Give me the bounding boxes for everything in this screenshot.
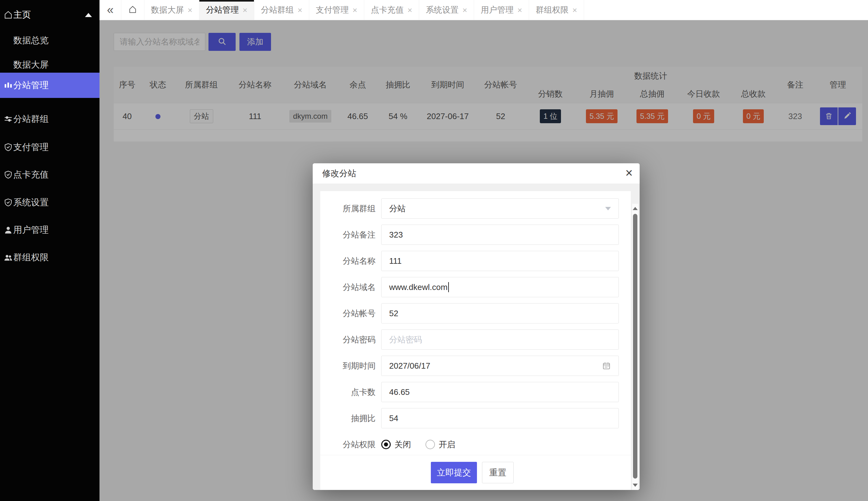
close-icon[interactable]: ×	[353, 6, 357, 14]
tab-group-permission[interactable]: 群组权限×	[529, 0, 584, 20]
field-label-name: 分站名称	[320, 256, 376, 267]
close-icon[interactable]: ×	[187, 6, 192, 14]
bar-chart-icon	[3, 81, 13, 90]
shield-check-icon	[3, 142, 13, 152]
tab-bar: « 数据大屏× 分站管理× 分站群组× 支付管理× 点卡充值× 系统设置× 用户…	[99, 0, 868, 20]
text-cursor	[448, 282, 449, 292]
user-icon	[3, 225, 13, 235]
close-icon[interactable]: ×	[298, 6, 302, 14]
sidebar-item-user-manage[interactable]: 用户管理	[0, 216, 99, 244]
sidebar: 主页 数据总览 数据大屏 分站管理 分站群组 支付管理	[0, 0, 99, 501]
close-icon[interactable]: ×	[517, 6, 522, 14]
shield-check-icon	[3, 198, 13, 207]
sidebar-item-substation-group[interactable]: 分站群组	[0, 105, 99, 133]
expire-date-field[interactable]: 2027/06/17	[381, 356, 619, 376]
tab-data-screen[interactable]: 数据大屏×	[144, 0, 199, 20]
tab-substation-group[interactable]: 分站群组×	[254, 0, 309, 20]
points-field[interactable]	[381, 382, 619, 402]
home-icon	[128, 5, 137, 15]
reset-button[interactable]: 重置	[482, 462, 514, 483]
tab-user-manage[interactable]: 用户管理×	[474, 0, 529, 20]
field-label-points: 点卡数	[320, 387, 376, 398]
sidebar-item-data-overview[interactable]: 数据总览	[0, 26, 99, 54]
group-select[interactable]: 分站	[381, 199, 619, 218]
sidebar-item-system-settings[interactable]: 系统设置	[0, 189, 99, 216]
close-icon[interactable]: ×	[407, 6, 412, 14]
remark-field[interactable]	[381, 225, 619, 245]
sidebar-item-payment-manage[interactable]: 支付管理	[0, 133, 99, 161]
permission-radio-off[interactable]: 关闭	[381, 439, 411, 450]
close-icon[interactable]: ×	[462, 6, 467, 14]
radio-unchecked-icon	[426, 440, 435, 449]
scroll-down-arrow[interactable]	[632, 481, 639, 489]
edit-substation-form: 所属群组 分站 分站备注 分站名称 分站域名	[320, 191, 631, 490]
modal-header: 修改分站 ×	[313, 163, 640, 184]
app-window: 主页 数据总览 数据大屏 分站管理 分站群组 支付管理	[0, 0, 868, 501]
close-icon[interactable]: ×	[243, 6, 247, 14]
radio-checked-icon	[381, 440, 391, 449]
sidebar-item-home[interactable]: 主页	[0, 1, 99, 29]
account-field[interactable]	[381, 303, 619, 323]
name-field[interactable]	[381, 251, 619, 271]
shield-check-icon	[3, 170, 13, 179]
users-icon	[3, 253, 13, 262]
tab-payment-manage[interactable]: 支付管理×	[309, 0, 364, 20]
scrollbar-thumb[interactable]	[633, 214, 637, 479]
collapse-arrow-icon[interactable]	[85, 13, 92, 17]
tab-home[interactable]	[121, 0, 144, 20]
calendar-icon	[602, 361, 611, 370]
sliders-icon	[3, 114, 13, 124]
sidebar-item-card-recharge[interactable]: 点卡充值	[0, 161, 99, 189]
domain-field[interactable]: www.dkewl.com	[381, 277, 619, 297]
sidebar-item-label: 主页	[13, 9, 31, 21]
edit-substation-modal: 修改分站 × 所属群组 分站 分站备注 分站名称	[313, 163, 640, 490]
ratio-field[interactable]	[381, 408, 619, 428]
field-label-group: 所属群组	[320, 203, 376, 214]
close-icon[interactable]: ×	[625, 165, 633, 180]
sidebar-item-group-permission[interactable]: 群组权限	[0, 244, 99, 271]
field-label-domain: 分站域名	[320, 282, 376, 293]
field-label-ratio: 抽拥比	[320, 413, 376, 424]
modal-title: 修改分站	[322, 163, 356, 183]
chevron-down-icon	[605, 207, 611, 210]
sidebar-item-substation-manage[interactable]: 分站管理	[0, 73, 99, 98]
submit-button[interactable]: 立即提交	[431, 462, 477, 483]
collapse-sidebar-button[interactable]: «	[99, 0, 121, 20]
home-icon	[3, 10, 13, 20]
permission-radio-on[interactable]: 开启	[426, 439, 455, 450]
field-label-permission: 分站权限	[320, 439, 376, 450]
close-icon[interactable]: ×	[572, 6, 577, 14]
password-field[interactable]	[381, 330, 619, 350]
tab-card-recharge[interactable]: 点卡充值×	[364, 0, 419, 20]
scroll-up-arrow[interactable]	[632, 204, 639, 213]
field-label-expire: 到期时间	[320, 360, 376, 372]
field-label-remark: 分站备注	[320, 229, 376, 241]
tab-system-settings[interactable]: 系统设置×	[419, 0, 474, 20]
modal-footer: 立即提交 重置	[320, 455, 631, 490]
modal-scrollbar[interactable]	[632, 204, 639, 490]
field-label-account: 分站帐号	[320, 308, 376, 319]
modal-body: 所属群组 分站 分站备注 分站名称 分站域名	[313, 183, 640, 490]
field-label-password: 分站密码	[320, 334, 376, 345]
tab-substation-manage[interactable]: 分站管理×	[199, 0, 254, 20]
